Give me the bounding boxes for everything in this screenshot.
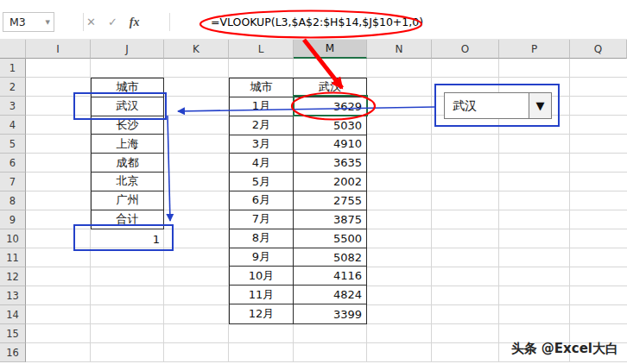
row-header-10[interactable]: 10 xyxy=(0,229,26,248)
column-header-J[interactable]: J xyxy=(91,40,164,59)
row-header-16[interactable]: 16 xyxy=(0,343,26,362)
toolbar-separator xyxy=(83,13,84,31)
value-cell[interactable]: 3399 xyxy=(294,304,366,323)
city-cell[interactable]: 广州 xyxy=(92,191,163,210)
row-header-4[interactable]: 4 xyxy=(0,116,26,135)
column-header-Q[interactable]: Q xyxy=(570,40,627,59)
selected-cell-border-M3 xyxy=(293,95,368,116)
row-header-13[interactable]: 13 xyxy=(0,286,26,305)
index-cell-J10[interactable]: 1 xyxy=(91,229,164,248)
column-header-M-selected[interactable]: M xyxy=(294,40,367,59)
watermark: 头条 @Excel大白 xyxy=(511,341,618,357)
row-header-12[interactable]: 12 xyxy=(0,267,26,286)
value-cell[interactable]: 2755 xyxy=(294,191,366,210)
cancel-icon[interactable]: ✕ xyxy=(86,16,96,28)
month-cell[interactable]: 3月 xyxy=(230,135,294,154)
select-all-corner[interactable] xyxy=(0,40,26,59)
city-dropdown-value: 武汉 xyxy=(444,92,529,119)
column-header-L[interactable]: L xyxy=(229,40,294,59)
column-header-I[interactable]: I xyxy=(26,40,91,59)
row-header-11[interactable]: 11 xyxy=(0,248,26,267)
row-header-7[interactable]: 7 xyxy=(0,173,26,191)
month-cell[interactable]: 2月 xyxy=(230,116,294,135)
city-table: 城市 武汉 长沙 上海 成都 北京 广州 合计 xyxy=(91,78,164,229)
row-header-2[interactable]: 2 xyxy=(0,78,26,97)
row-header-1[interactable]: 1 xyxy=(0,59,26,78)
column-header-O[interactable]: O xyxy=(432,40,499,59)
month-cell[interactable]: 6月 xyxy=(230,191,294,210)
month-cell[interactable]: 7月 xyxy=(230,210,294,229)
name-box-dropdown-icon[interactable]: ▼ xyxy=(46,19,50,26)
city-cell[interactable]: 长沙 xyxy=(92,116,163,135)
value-cell[interactable]: 3875 xyxy=(294,210,366,229)
insert-function-icon[interactable]: fx xyxy=(130,16,140,29)
column-header-K[interactable]: K xyxy=(164,40,229,59)
value-cell[interactable]: 5082 xyxy=(294,248,366,267)
value-cell[interactable]: 4910 xyxy=(294,135,366,154)
value-cell[interactable]: 5030 xyxy=(294,116,366,135)
row-header-6[interactable]: 6 xyxy=(0,154,26,173)
name-box[interactable]: M3 ▼ xyxy=(3,12,54,32)
city-dropdown[interactable]: 武汉 ▼ xyxy=(444,92,552,119)
formula-toolbar: M3 ▼ ✕ ✓ fx =VLOOKUP(L3,$A$2:$H$14,$J$10… xyxy=(0,0,627,40)
city-cell[interactable]: 合计 xyxy=(92,210,163,229)
row-header-5[interactable]: 5 xyxy=(0,135,26,154)
row-header-14[interactable]: 14 xyxy=(0,305,26,324)
value-cell[interactable]: 4116 xyxy=(294,267,366,286)
month-cell[interactable]: 1月 xyxy=(230,97,294,116)
month-cell[interactable]: 8月 xyxy=(230,229,294,248)
month-cell[interactable]: 10月 xyxy=(230,267,294,286)
city-cell[interactable]: 北京 xyxy=(92,173,163,191)
value-cell[interactable]: 2002 xyxy=(294,173,366,191)
formula-bar[interactable]: =VLOOKUP(L3,$A$2:$H$14,$J$10+1,0) xyxy=(173,12,627,32)
month-table-header-city[interactable]: 城市 xyxy=(230,78,294,97)
column-header-N[interactable]: N xyxy=(367,40,432,59)
month-cell[interactable]: 4月 xyxy=(230,154,294,173)
city-cell[interactable]: 成都 xyxy=(92,154,163,173)
row-header-15[interactable]: 15 xyxy=(0,324,26,343)
enter-icon[interactable]: ✓ xyxy=(108,16,117,28)
city-cell[interactable]: 上海 xyxy=(92,135,163,154)
city-cell[interactable]: 武汉 xyxy=(92,97,163,116)
toolbar-separator xyxy=(169,13,170,31)
row-header-3[interactable]: 3 xyxy=(0,97,26,116)
excel-window: M3 ▼ ✕ ✓ fx =VLOOKUP(L3,$A$2:$H$14,$J$10… xyxy=(0,0,627,364)
column-headers: I J K L M N O P Q xyxy=(0,40,627,59)
city-dropdown-button[interactable]: ▼ xyxy=(529,92,552,119)
dropdown-annotation-box: 武汉 ▼ xyxy=(434,84,560,127)
formula-buttons: ✕ ✓ fx xyxy=(86,12,139,32)
value-cell[interactable]: 4824 xyxy=(294,286,366,304)
row-header-8[interactable]: 8 xyxy=(0,191,26,210)
formula-text: =VLOOKUP(L3,$A$2:$H$14,$J$10+1,0) xyxy=(211,16,423,28)
row-headers: 1 2 3 4 5 6 7 8 9 10 11 12 13 14 15 16 xyxy=(0,59,26,362)
month-cell[interactable]: 9月 xyxy=(230,248,294,267)
month-cell[interactable]: 5月 xyxy=(230,173,294,191)
month-cell[interactable]: 12月 xyxy=(230,304,294,323)
value-cell[interactable]: 3635 xyxy=(294,154,366,173)
name-box-value: M3 xyxy=(10,16,26,28)
column-header-P[interactable]: P xyxy=(499,40,570,59)
city-table-header[interactable]: 城市 xyxy=(92,78,163,97)
month-cell[interactable]: 11月 xyxy=(230,286,294,304)
value-cell[interactable]: 5500 xyxy=(294,229,366,248)
row-header-9[interactable]: 9 xyxy=(0,210,26,229)
dropdown-arrow-icon: ▼ xyxy=(536,99,545,112)
